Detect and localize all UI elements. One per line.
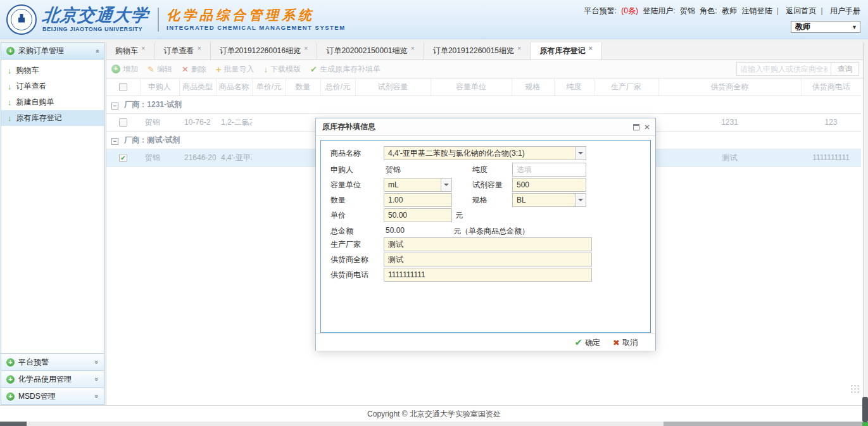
tab-label: 订单201912260015细览 (433, 46, 514, 55)
sidebar-accordion: + 采购订单管理 » ↓ 购物车 ↓ 订单查看 ↓ 新建自购单 ↓ 原有库存登记… (1, 42, 104, 405)
copyright-text: Copyright © 北京交通大学实验室国资处 (367, 410, 501, 418)
spec-select[interactable]: BL (512, 193, 586, 207)
delete-button[interactable]: ✕ 删除 (182, 64, 206, 75)
reagent-capacity-input[interactable]: 500 (512, 178, 586, 192)
capacity-unit-select[interactable]: mL (384, 178, 452, 192)
plus-circle-icon: + (6, 375, 15, 384)
tab-existing-inventory[interactable]: 原有库存登记× (531, 42, 601, 60)
total-amount-value: 50.00 (386, 226, 405, 235)
app-screen: 北京交通大学 BEIJING JIAOTONG UNIVERSITY 化学品综合… (0, 0, 868, 426)
sidebar-panel-label: MSDS管理 (18, 391, 56, 402)
edit-button[interactable]: ✎ 编辑 (148, 64, 172, 75)
system-name-cn: 化学品综合管理系统 (167, 8, 346, 22)
generate-refill-form-button[interactable]: ✔ 生成原库存补填单 (310, 64, 381, 75)
tab-close-icon[interactable]: × (304, 44, 308, 52)
horizontal-scrollbar-segment[interactable] (664, 422, 862, 426)
tab-label: 订单查看 (163, 46, 194, 55)
horizontal-scrollbar-thumb[interactable] (0, 422, 27, 426)
unit-price-input[interactable]: 50.00 (384, 208, 452, 222)
add-label: 增加 (123, 64, 138, 75)
tab-close-icon[interactable]: × (197, 44, 201, 52)
dropdown-arrow-icon[interactable] (575, 194, 586, 206)
sidebar-panel-label: 化学品使用管理 (18, 374, 72, 385)
tab-close-icon[interactable]: × (588, 44, 592, 52)
row-checkbox-checked[interactable]: ✔ (119, 154, 127, 162)
tab-close-icon[interactable]: × (141, 44, 145, 52)
purity-input[interactable] (513, 163, 586, 176)
maximize-icon[interactable] (633, 124, 639, 130)
manual-link[interactable]: 用户手册 (830, 6, 860, 15)
sidebar-panel-purchase-orders[interactable]: + 采购订单管理 » (1, 43, 104, 60)
platform-alert-count[interactable]: (0条) (621, 6, 638, 15)
header-checkbox[interactable] (119, 83, 127, 91)
confirm-button[interactable]: ✔ 确定 (575, 337, 601, 348)
vertical-scrollbar-thumb[interactable] (862, 397, 868, 422)
form-row-applicant-purity: 申购人 贺锦 纯度 (321, 162, 650, 177)
group-label: 厂商：1231-试剂 (124, 100, 182, 109)
dropdown-caret-icon: ▼ (852, 24, 857, 30)
sidebar-item-label: 订单查看 (16, 81, 47, 92)
collapse-group-icon[interactable]: − (111, 138, 118, 145)
sidebar-panel-chemical-usage[interactable]: + 化学品使用管理 » (1, 370, 104, 387)
chevron-double-up-icon: » (93, 49, 101, 53)
tab-order-201912260016[interactable]: 订单201912260016细览× (211, 42, 318, 60)
sidebar-panel-platform-alert[interactable]: + 平台预警 » (1, 353, 104, 370)
form-row-manufacturer: 生产厂家 测试 (321, 237, 650, 252)
sidebar-item-label: 购物车 (16, 65, 39, 76)
spec-value: BL (517, 196, 526, 204)
download-template-button[interactable]: ↓ 下载模版 (264, 64, 301, 75)
sidebar-item-label: 原有库存登记 (16, 113, 62, 123)
brand-area: 北京交通大学 BEIJING JIAOTONG UNIVERSITY 化学品综合… (0, 4, 346, 35)
tab-order-view[interactable]: 订单查看× (154, 42, 210, 60)
tab-cart[interactable]: 购物车× (106, 42, 154, 60)
cell-supplier-phone: 1111111111 (801, 149, 861, 166)
tab-order-202002150001[interactable]: 订单202002150001细览× (317, 42, 424, 60)
cancel-x-icon: ✖ (613, 338, 620, 348)
dropdown-arrow-icon[interactable] (575, 147, 586, 160)
role-select-value: 教师 (795, 22, 810, 32)
product-name-select[interactable]: 4,4'-亚甲基二苯胺与氯化钠的化合物(3:1) (384, 146, 586, 160)
sidebar-item-existing-inventory[interactable]: ↓ 原有库存登记 (1, 110, 104, 126)
delete-label: 删除 (191, 64, 206, 75)
link-separator: | (777, 6, 779, 15)
col-reagent-capacity: 试剂容量 (355, 78, 431, 96)
sidebar-panel-msds[interactable]: + MSDS管理 » (1, 387, 104, 404)
batch-import-button[interactable]: + 批量导入 (216, 64, 255, 75)
tab-close-icon[interactable]: × (411, 44, 415, 52)
quantity-input[interactable]: 1.00 (384, 193, 452, 207)
add-button[interactable]: + 增加 (111, 64, 138, 75)
batch-import-label: 批量导入 (224, 64, 255, 75)
generate-refill-form-label: 生成原库存补填单 (320, 64, 381, 75)
dropdown-arrow-icon[interactable] (441, 179, 451, 191)
home-link[interactable]: 返回首页 (786, 6, 816, 15)
purity-label: 纯度 (472, 165, 487, 175)
role-select-dropdown[interactable]: 教师 ▼ (791, 21, 860, 33)
logout-link[interactable]: 注销登陆 (741, 6, 772, 15)
col-product-name: 商品名称 (216, 78, 252, 96)
search-button[interactable]: 查询 (831, 62, 859, 76)
sidebar-item-new-self-order[interactable]: ↓ 新建自购单 (1, 94, 104, 110)
collapse-group-icon[interactable]: − (111, 103, 118, 110)
supplier-name-input[interactable]: 测试 (384, 253, 592, 266)
horizontal-scrollbar[interactable] (0, 422, 868, 426)
group-row-1231: − 厂商：1231-试剂 (106, 96, 861, 113)
cell-supplier-phone: 123 (801, 113, 861, 131)
total-amount-label: 总金额 (330, 226, 353, 237)
select-all-header[interactable] (106, 78, 140, 96)
panel-resize-grip[interactable] (850, 384, 860, 394)
search-input[interactable] (736, 62, 831, 76)
row-checkbox[interactable] (119, 118, 127, 127)
close-icon[interactable]: ✕ (644, 123, 650, 131)
sidebar-item-order-view[interactable]: ↓ 订单查看 (1, 78, 104, 94)
tab-order-201912260015[interactable]: 订单201912260015细览× (424, 42, 531, 60)
col-applicant: 申购人 (140, 78, 179, 96)
col-total-price: 总价/元 (320, 78, 355, 96)
manufacturer-input[interactable]: 测试 (384, 237, 592, 251)
sidebar-panel-label: 采购订单管理 (18, 46, 64, 56)
supplier-phone-input[interactable]: 1111111111 (384, 268, 592, 282)
top-header: 北京交通大学 BEIJING JIAOTONG UNIVERSITY 化学品综合… (0, 0, 868, 39)
sidebar-item-cart[interactable]: ↓ 购物车 (1, 63, 104, 78)
dialog-title-bar[interactable]: 原库存补填信息 ✕ (316, 118, 655, 136)
tab-close-icon[interactable]: × (517, 44, 521, 52)
cancel-button[interactable]: ✖ 取消 (613, 337, 638, 348)
